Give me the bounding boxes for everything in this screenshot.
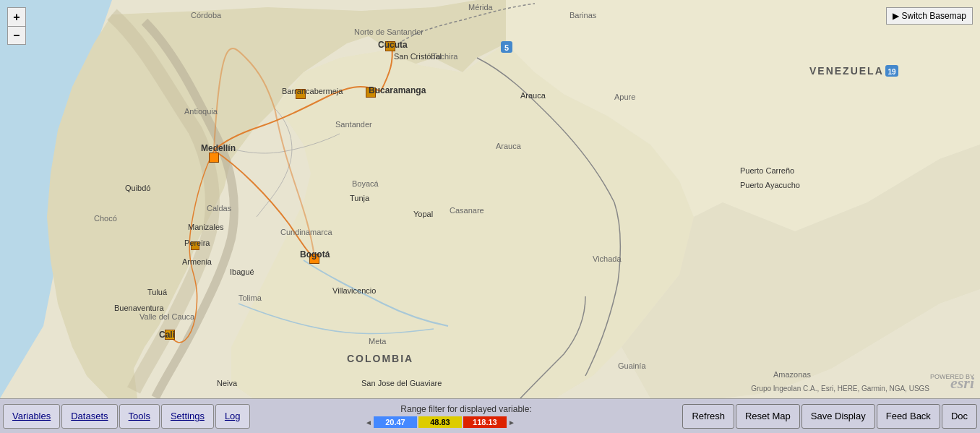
range-arrow-right: ► <box>508 419 515 426</box>
switch-basemap-button[interactable]: ▶ Switch Basemap <box>886 7 973 25</box>
refresh-button[interactable]: Refresh <box>682 404 734 429</box>
zoom-controls: + – <box>7 7 26 45</box>
range-mid-value: 48.83 <box>418 416 462 428</box>
bottom-toolbar: Variables Datasets Tools Settings Log Ra… <box>0 398 980 433</box>
attribution-text: Grupo Ingeolan C.A., Esri, HERE, Garmin,… <box>751 385 929 393</box>
reset-map-button[interactable]: Reset Map <box>736 404 800 429</box>
feed-back-button[interactable]: Feed Back <box>877 404 940 429</box>
zoom-out-button[interactable]: – <box>7 26 26 45</box>
right-action-buttons: Refresh Reset Map Save Display Feed Back… <box>682 404 977 429</box>
map-svg: 5 19 <box>0 0 980 398</box>
range-filter-label: Range filter for displayed variable: <box>400 404 531 414</box>
svg-text:19: 19 <box>887 68 896 76</box>
zoom-in-button[interactable]: + <box>7 7 26 26</box>
range-filter-bar: ◄ 20.47 48.83 118.13 ► <box>365 416 567 428</box>
datasets-button[interactable]: Datasets <box>61 404 117 429</box>
settings-button[interactable]: Settings <box>161 404 214 429</box>
esri-logo: esri <box>950 374 974 393</box>
range-filter-container: Range filter for displayed variable: ◄ 2… <box>252 404 682 428</box>
tools-button[interactable]: Tools <box>119 404 160 429</box>
map-container: 5 19 Medellín Bogotá Cali Bucaramanga Cú… <box>0 0 980 398</box>
svg-text:5: 5 <box>504 43 509 52</box>
range-arrow-left: ◄ <box>365 419 372 426</box>
range-low-value: 20.47 <box>374 416 417 428</box>
variables-button[interactable]: Variables <box>3 404 60 429</box>
save-display-button[interactable]: Save Display <box>801 404 875 429</box>
range-high-value: 118.13 <box>463 416 507 428</box>
log-button[interactable]: Log <box>215 404 250 429</box>
doc-button[interactable]: Doc <box>942 404 977 429</box>
